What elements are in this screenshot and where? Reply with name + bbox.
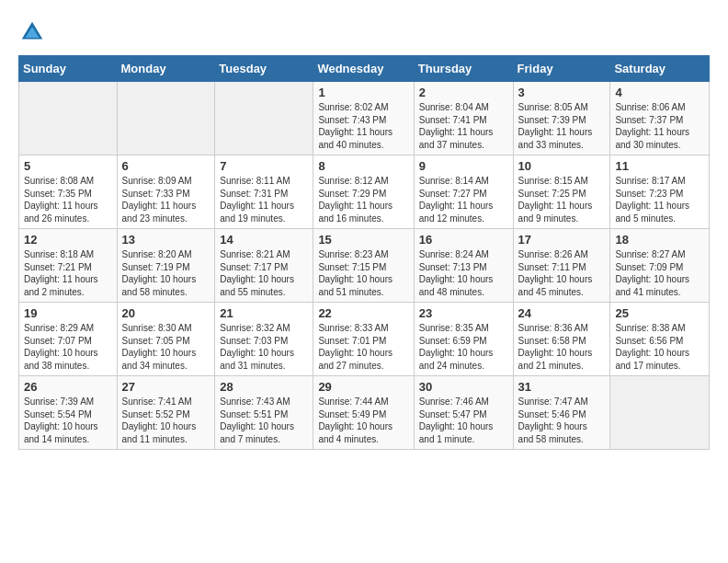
calendar-week-2: 5Sunrise: 8:08 AM Sunset: 7:35 PM Daylig… xyxy=(19,155,710,229)
day-info: Sunrise: 8:05 AM Sunset: 7:39 PM Dayligh… xyxy=(518,101,606,151)
day-number: 25 xyxy=(615,306,704,320)
day-info: Sunrise: 8:36 AM Sunset: 6:58 PM Dayligh… xyxy=(518,322,606,372)
day-header-friday: Friday xyxy=(513,56,610,82)
day-number: 22 xyxy=(318,306,408,320)
day-number: 18 xyxy=(615,233,704,247)
calendar-table: SundayMondayTuesdayWednesdayThursdayFrid… xyxy=(18,55,710,450)
calendar-cell: 1Sunrise: 8:02 AM Sunset: 7:43 PM Daylig… xyxy=(313,82,414,155)
day-info: Sunrise: 8:14 AM Sunset: 7:27 PM Dayligh… xyxy=(419,175,508,224)
calendar-week-1: 1Sunrise: 8:02 AM Sunset: 7:43 PM Daylig… xyxy=(19,82,710,155)
calendar-cell: 30Sunrise: 7:46 AM Sunset: 5:47 PM Dayli… xyxy=(414,376,513,450)
calendar-cell: 21Sunrise: 8:32 AM Sunset: 7:03 PM Dayli… xyxy=(215,303,313,376)
day-info: Sunrise: 8:06 AM Sunset: 7:37 PM Dayligh… xyxy=(615,101,704,151)
calendar-cell: 3Sunrise: 8:05 AM Sunset: 7:39 PM Daylig… xyxy=(513,82,610,155)
day-info: Sunrise: 8:33 AM Sunset: 7:01 PM Dayligh… xyxy=(318,322,408,372)
calendar-cell: 23Sunrise: 8:35 AM Sunset: 6:59 PM Dayli… xyxy=(414,303,513,376)
day-number: 5 xyxy=(24,159,112,173)
day-info: Sunrise: 8:09 AM Sunset: 7:33 PM Dayligh… xyxy=(122,175,210,224)
day-info: Sunrise: 7:41 AM Sunset: 5:52 PM Dayligh… xyxy=(122,396,210,445)
day-number: 31 xyxy=(518,380,606,394)
calendar-cell: 20Sunrise: 8:30 AM Sunset: 7:05 PM Dayli… xyxy=(117,303,215,376)
day-info: Sunrise: 8:30 AM Sunset: 7:05 PM Dayligh… xyxy=(122,322,210,372)
calendar-cell: 15Sunrise: 8:23 AM Sunset: 7:15 PM Dayli… xyxy=(313,229,414,303)
day-number: 1 xyxy=(318,86,408,99)
day-info: Sunrise: 8:18 AM Sunset: 7:21 PM Dayligh… xyxy=(24,248,112,298)
day-header-monday: Monday xyxy=(117,56,215,82)
calendar-cell: 13Sunrise: 8:20 AM Sunset: 7:19 PM Dayli… xyxy=(117,229,215,303)
calendar-cell: 9Sunrise: 8:14 AM Sunset: 7:27 PM Daylig… xyxy=(414,155,513,229)
day-info: Sunrise: 8:17 AM Sunset: 7:23 PM Dayligh… xyxy=(615,175,704,224)
logo-icon xyxy=(18,18,46,46)
calendar-header-row: SundayMondayTuesdayWednesdayThursdayFrid… xyxy=(19,56,710,82)
day-info: Sunrise: 8:08 AM Sunset: 7:35 PM Dayligh… xyxy=(24,175,112,224)
calendar-cell: 8Sunrise: 8:12 AM Sunset: 7:29 PM Daylig… xyxy=(313,155,414,229)
day-number: 9 xyxy=(419,159,508,173)
day-number: 6 xyxy=(122,159,210,173)
calendar-cell: 29Sunrise: 7:44 AM Sunset: 5:49 PM Dayli… xyxy=(313,376,414,450)
day-number: 7 xyxy=(220,159,308,173)
calendar-cell xyxy=(117,82,215,155)
calendar-cell: 4Sunrise: 8:06 AM Sunset: 7:37 PM Daylig… xyxy=(610,82,710,155)
day-number: 19 xyxy=(24,306,112,320)
calendar-cell: 25Sunrise: 8:38 AM Sunset: 6:56 PM Dayli… xyxy=(610,303,710,376)
day-info: Sunrise: 7:47 AM Sunset: 5:46 PM Dayligh… xyxy=(518,396,606,445)
day-number: 30 xyxy=(419,380,508,394)
day-number: 13 xyxy=(122,233,210,247)
day-info: Sunrise: 8:04 AM Sunset: 7:41 PM Dayligh… xyxy=(419,101,508,151)
calendar-cell: 18Sunrise: 8:27 AM Sunset: 7:09 PM Dayli… xyxy=(610,229,710,303)
calendar-cell: 14Sunrise: 8:21 AM Sunset: 7:17 PM Dayli… xyxy=(215,229,313,303)
calendar-cell: 26Sunrise: 7:39 AM Sunset: 5:54 PM Dayli… xyxy=(19,376,118,450)
day-info: Sunrise: 8:32 AM Sunset: 7:03 PM Dayligh… xyxy=(220,322,308,372)
calendar-cell: 22Sunrise: 8:33 AM Sunset: 7:01 PM Dayli… xyxy=(313,303,414,376)
day-info: Sunrise: 8:38 AM Sunset: 6:56 PM Dayligh… xyxy=(615,322,704,372)
day-header-wednesday: Wednesday xyxy=(313,56,414,82)
calendar-cell: 28Sunrise: 7:43 AM Sunset: 5:51 PM Dayli… xyxy=(215,376,313,450)
page-header xyxy=(18,18,710,46)
calendar-cell: 6Sunrise: 8:09 AM Sunset: 7:33 PM Daylig… xyxy=(117,155,215,229)
day-number: 8 xyxy=(318,159,408,173)
day-info: Sunrise: 8:27 AM Sunset: 7:09 PM Dayligh… xyxy=(615,248,704,298)
day-header-thursday: Thursday xyxy=(414,56,513,82)
calendar-cell: 7Sunrise: 8:11 AM Sunset: 7:31 PM Daylig… xyxy=(215,155,313,229)
logo xyxy=(18,18,51,46)
calendar-week-3: 12Sunrise: 8:18 AM Sunset: 7:21 PM Dayli… xyxy=(19,229,710,303)
day-info: Sunrise: 8:23 AM Sunset: 7:15 PM Dayligh… xyxy=(318,248,408,298)
day-number: 17 xyxy=(518,233,606,247)
calendar-cell: 24Sunrise: 8:36 AM Sunset: 6:58 PM Dayli… xyxy=(513,303,610,376)
day-number: 3 xyxy=(518,86,606,99)
day-info: Sunrise: 8:29 AM Sunset: 7:07 PM Dayligh… xyxy=(24,322,112,372)
day-number: 27 xyxy=(122,380,210,394)
day-number: 23 xyxy=(419,306,508,320)
calendar-cell xyxy=(610,376,710,450)
calendar-week-5: 26Sunrise: 7:39 AM Sunset: 5:54 PM Dayli… xyxy=(19,376,710,450)
day-info: Sunrise: 8:20 AM Sunset: 7:19 PM Dayligh… xyxy=(122,248,210,298)
day-number: 21 xyxy=(220,306,308,320)
day-header-tuesday: Tuesday xyxy=(215,56,313,82)
day-header-sunday: Sunday xyxy=(19,56,118,82)
day-number: 15 xyxy=(318,233,408,247)
day-header-saturday: Saturday xyxy=(610,56,710,82)
day-info: Sunrise: 8:11 AM Sunset: 7:31 PM Dayligh… xyxy=(220,175,308,224)
day-info: Sunrise: 8:24 AM Sunset: 7:13 PM Dayligh… xyxy=(419,248,508,298)
day-number: 10 xyxy=(518,159,606,173)
day-info: Sunrise: 8:26 AM Sunset: 7:11 PM Dayligh… xyxy=(518,248,606,298)
day-number: 16 xyxy=(419,233,508,247)
day-info: Sunrise: 8:15 AM Sunset: 7:25 PM Dayligh… xyxy=(518,175,606,224)
day-number: 24 xyxy=(518,306,606,320)
calendar-cell: 17Sunrise: 8:26 AM Sunset: 7:11 PM Dayli… xyxy=(513,229,610,303)
day-info: Sunrise: 7:39 AM Sunset: 5:54 PM Dayligh… xyxy=(24,396,112,445)
day-number: 11 xyxy=(615,159,704,173)
day-number: 20 xyxy=(122,306,210,320)
day-number: 12 xyxy=(24,233,112,247)
calendar-cell: 12Sunrise: 8:18 AM Sunset: 7:21 PM Dayli… xyxy=(19,229,118,303)
day-info: Sunrise: 8:02 AM Sunset: 7:43 PM Dayligh… xyxy=(318,101,408,151)
day-info: Sunrise: 7:46 AM Sunset: 5:47 PM Dayligh… xyxy=(419,396,508,445)
calendar-cell: 31Sunrise: 7:47 AM Sunset: 5:46 PM Dayli… xyxy=(513,376,610,450)
day-info: Sunrise: 7:44 AM Sunset: 5:49 PM Dayligh… xyxy=(318,396,408,445)
calendar-cell: 11Sunrise: 8:17 AM Sunset: 7:23 PM Dayli… xyxy=(610,155,710,229)
day-number: 28 xyxy=(220,380,308,394)
day-info: Sunrise: 8:21 AM Sunset: 7:17 PM Dayligh… xyxy=(220,248,308,298)
calendar-cell xyxy=(215,82,313,155)
calendar-cell: 2Sunrise: 8:04 AM Sunset: 7:41 PM Daylig… xyxy=(414,82,513,155)
calendar-cell: 19Sunrise: 8:29 AM Sunset: 7:07 PM Dayli… xyxy=(19,303,118,376)
